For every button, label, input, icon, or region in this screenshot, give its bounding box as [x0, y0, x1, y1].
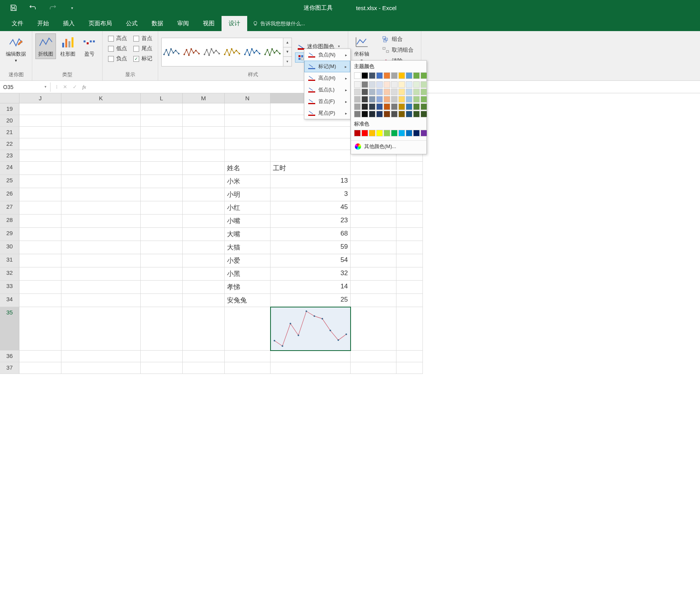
cell-J33[interactable] — [19, 281, 61, 294]
cell-O25[interactable]: 13 — [271, 175, 351, 188]
theme-color-swatch[interactable] — [376, 89, 383, 95]
cell-L36[interactable] — [141, 351, 183, 362]
cell-M19[interactable] — [183, 103, 225, 115]
standard-color-swatch[interactable] — [406, 130, 412, 136]
theme-color-swatch[interactable] — [406, 81, 412, 88]
cell-K23[interactable] — [61, 150, 141, 162]
cell-N35[interactable] — [225, 307, 271, 351]
cell-O34[interactable]: 25 — [271, 294, 351, 307]
cell-Q37[interactable] — [396, 362, 423, 374]
cell-K24[interactable] — [61, 162, 141, 175]
cell-M28[interactable] — [183, 215, 225, 228]
cell-N31[interactable]: 小爱 — [225, 254, 271, 267]
undo-icon[interactable] — [29, 4, 37, 12]
cell-K34[interactable] — [61, 294, 141, 307]
cell-P30[interactable] — [351, 241, 396, 254]
style-item-2[interactable] — [182, 38, 202, 66]
style-item-4[interactable] — [222, 38, 243, 66]
theme-color-swatch[interactable] — [369, 72, 375, 79]
first-point-checkbox[interactable]: 首点 — [133, 35, 152, 42]
theme-color-swatch[interactable] — [391, 103, 398, 110]
theme-color-swatch[interactable] — [376, 96, 383, 103]
row-header-19[interactable]: 19 — [0, 103, 19, 115]
edit-data-button[interactable]: 编辑数据▼ — [3, 33, 29, 65]
row-header-33[interactable]: 33 — [0, 281, 19, 294]
standard-color-swatch[interactable] — [376, 130, 383, 136]
cell-J19[interactable] — [19, 103, 61, 115]
cell-Q36[interactable] — [396, 351, 423, 362]
tab-view[interactable]: 视图 — [196, 16, 222, 31]
theme-color-swatch[interactable] — [391, 96, 398, 103]
row-header-30[interactable]: 30 — [0, 241, 19, 254]
theme-color-swatch[interactable] — [406, 89, 412, 95]
cell-P25[interactable] — [351, 175, 396, 188]
cell-L20[interactable] — [141, 115, 183, 127]
cell-M23[interactable] — [183, 150, 225, 162]
theme-color-swatch[interactable] — [421, 111, 427, 117]
cell-P37[interactable] — [351, 362, 396, 374]
cell-O26[interactable]: 3 — [271, 188, 351, 201]
theme-color-swatch[interactable] — [406, 96, 412, 103]
cell-L32[interactable] — [141, 267, 183, 281]
cell-P24[interactable] — [351, 162, 396, 175]
cell-K35[interactable] — [61, 307, 141, 351]
theme-color-swatch[interactable] — [398, 96, 405, 103]
menu-last[interactable]: 尾点(P)▸ — [304, 107, 350, 119]
cell-J22[interactable] — [19, 138, 61, 150]
theme-color-swatch[interactable] — [384, 103, 390, 110]
cell-J37[interactable] — [19, 362, 61, 374]
tab-page-layout[interactable]: 页面布局 — [82, 16, 119, 31]
cell-P35[interactable] — [351, 307, 396, 351]
cell-O27[interactable]: 45 — [271, 201, 351, 215]
save-icon[interactable] — [10, 4, 17, 12]
row-header-21[interactable]: 21 — [0, 127, 19, 138]
row-header-29[interactable]: 29 — [0, 228, 19, 241]
standard-color-swatch[interactable] — [369, 130, 375, 136]
cell-O31[interactable]: 54 — [271, 254, 351, 267]
row-header-24[interactable]: 24 — [0, 162, 19, 175]
cell-Q27[interactable] — [396, 201, 423, 215]
theme-color-swatch[interactable] — [376, 72, 383, 79]
cell-L37[interactable] — [141, 362, 183, 374]
cell-P36[interactable] — [351, 351, 396, 362]
theme-color-swatch[interactable] — [413, 72, 420, 79]
row-header-23[interactable]: 23 — [0, 150, 19, 162]
theme-color-swatch[interactable] — [421, 72, 427, 79]
cell-O21[interactable] — [271, 127, 351, 138]
cell-N32[interactable]: 小黑 — [225, 267, 271, 281]
negative-point-checkbox[interactable]: 负点 — [108, 55, 127, 62]
theme-color-swatch[interactable] — [361, 111, 368, 117]
style-item-3[interactable] — [202, 38, 222, 66]
theme-color-swatch[interactable] — [421, 81, 427, 88]
cell-L35[interactable] — [141, 307, 183, 351]
line-type-button[interactable]: 折线图 — [35, 33, 56, 59]
theme-color-swatch[interactable] — [354, 81, 361, 88]
cell-L24[interactable] — [141, 162, 183, 175]
theme-color-swatch[interactable] — [384, 81, 390, 88]
cell-L34[interactable] — [141, 294, 183, 307]
theme-color-swatch[interactable] — [384, 89, 390, 95]
cell-K21[interactable] — [61, 127, 141, 138]
cell-P33[interactable] — [351, 281, 396, 294]
cell-J29[interactable] — [19, 228, 61, 241]
theme-color-swatch[interactable] — [421, 96, 427, 103]
cell-M31[interactable] — [183, 254, 225, 267]
theme-color-swatch[interactable] — [384, 111, 390, 117]
row-header-26[interactable]: 26 — [0, 188, 19, 201]
style-item-5[interactable] — [243, 38, 263, 66]
theme-color-swatch[interactable] — [398, 111, 405, 117]
cell-N28[interactable]: 小嘴 — [225, 215, 271, 228]
cell-N27[interactable]: 小红 — [225, 201, 271, 215]
cell-L30[interactable] — [141, 241, 183, 254]
cell-Q26[interactable] — [396, 188, 423, 201]
menu-markers[interactable]: 标记(M)▸ — [304, 61, 350, 72]
last-point-checkbox[interactable]: 尾点 — [133, 45, 152, 52]
cell-J20[interactable] — [19, 115, 61, 127]
cell-P31[interactable] — [351, 254, 396, 267]
cell-M25[interactable] — [183, 175, 225, 188]
cell-L31[interactable] — [141, 254, 183, 267]
cell-N25[interactable]: 小米 — [225, 175, 271, 188]
theme-color-swatch[interactable] — [391, 111, 398, 117]
cell-J30[interactable] — [19, 241, 61, 254]
group-button[interactable]: 组合 — [380, 34, 416, 44]
